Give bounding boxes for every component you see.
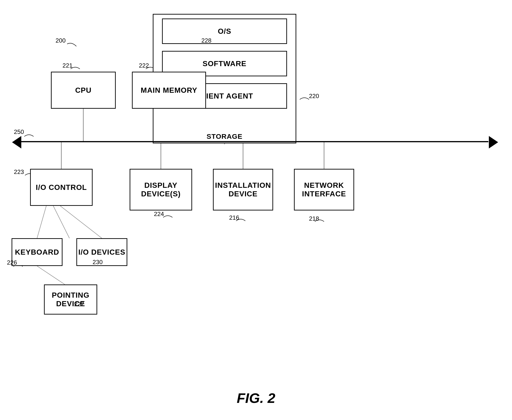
os-label: O/S xyxy=(218,27,231,36)
ref-227: 227 xyxy=(74,301,84,308)
bus-line xyxy=(14,141,488,142)
network-interface-box: NETWORKINTERFACE xyxy=(294,169,354,210)
cpu-label: CPU xyxy=(75,86,92,95)
storage-label: STORAGE xyxy=(153,133,296,140)
ref-200: 200 xyxy=(55,37,66,44)
io-devices-label: I/O DEVICES xyxy=(78,248,125,256)
ref-224: 224 xyxy=(154,210,164,218)
ref-250: 250 xyxy=(14,128,24,135)
installation-device-label: INSTALLATIONDEVICE xyxy=(215,181,271,198)
display-device-box: DISPLAYDEVICE(S) xyxy=(130,169,192,210)
ref-222: 222 xyxy=(139,62,149,69)
ref-223: 223 xyxy=(14,168,24,176)
main-memory-box: MAIN MEMORY xyxy=(132,72,206,109)
software-label: SOFTWARE xyxy=(203,60,246,68)
diagram: STORAGE O/S SOFTWARE CLIENT AGENT CPU MA… xyxy=(0,0,512,420)
cpu-box: CPU xyxy=(51,72,116,109)
ref-220: 220 xyxy=(309,92,319,100)
ref-228: 228 xyxy=(201,37,211,44)
ref-216: 216 xyxy=(229,214,239,221)
keyboard-label: KEYBOARD xyxy=(15,248,59,256)
os-box: O/S xyxy=(162,18,287,44)
pointing-device-box: POINTINGDEVICE xyxy=(44,285,97,315)
main-memory-label: MAIN MEMORY xyxy=(141,86,197,95)
ref-226: 226 xyxy=(7,259,17,266)
ref-218: 218 xyxy=(309,215,319,222)
keyboard-box: KEYBOARD xyxy=(12,238,62,266)
ref-221: 221 xyxy=(62,62,72,69)
bus-arrow-left xyxy=(12,136,21,149)
figure-label: FIG. 2 xyxy=(237,390,275,406)
bus-arrow-right xyxy=(489,136,498,149)
io-control-box: I/O CONTROL xyxy=(30,169,92,206)
display-device-label: DISPLAYDEVICE(S) xyxy=(141,181,181,198)
svg-line-10 xyxy=(37,206,46,238)
svg-line-11 xyxy=(60,206,102,238)
svg-line-12 xyxy=(53,206,69,238)
ref-230: 230 xyxy=(92,259,103,266)
installation-device-box: INSTALLATIONDEVICE xyxy=(213,169,273,210)
network-interface-label: NETWORKINTERFACE xyxy=(302,181,346,198)
io-control-label: I/O CONTROL xyxy=(36,183,87,192)
svg-line-13 xyxy=(37,266,65,285)
